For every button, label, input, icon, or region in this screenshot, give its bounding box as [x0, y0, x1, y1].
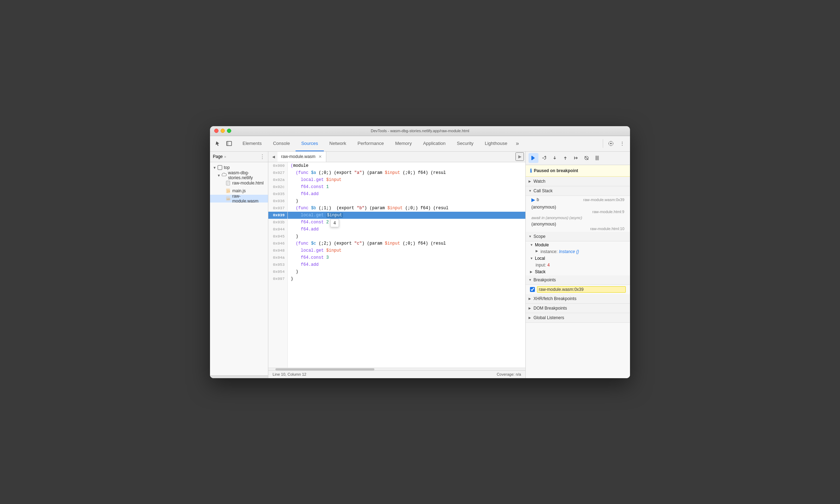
- more-options-icon[interactable]: ⋮: [617, 139, 627, 148]
- step-into-button[interactable]: [550, 153, 560, 163]
- call-stack-item-anon1[interactable]: (anonymous) raw-module.html:9: [526, 204, 630, 215]
- tab-lighthouse[interactable]: Lighthouse: [479, 136, 513, 152]
- scope-section-header[interactable]: ▼ Scope: [526, 232, 630, 241]
- line-num-4[interactable]: 0x02c: [268, 183, 287, 191]
- line-num-5[interactable]: 0x035: [268, 191, 287, 198]
- file-panel-more-button[interactable]: ⋮: [259, 153, 265, 160]
- async-separator: await in (anonymous) (async): [526, 215, 630, 221]
- scope-arrow-icon: ▼: [529, 235, 532, 238]
- tree-label-top: top: [224, 165, 230, 170]
- line-num-10[interactable]: 0x044: [268, 226, 287, 233]
- line-num-7[interactable]: 0x037: [268, 205, 287, 212]
- debug-toolbar: [526, 152, 630, 165]
- line-num-16[interactable]: 0x054: [268, 268, 287, 275]
- watch-arrow-icon: ▶: [529, 180, 532, 183]
- step-out-button[interactable]: [560, 153, 570, 163]
- tab-network[interactable]: Network: [324, 136, 352, 152]
- editor-panel: ◀ raw-module.wasm ✕ ▶ 0x000 0x027: [268, 152, 526, 378]
- tab-performance[interactable]: Performance: [352, 136, 389, 152]
- editor-tab-right: ▶: [515, 152, 524, 161]
- tab-elements[interactable]: Elements: [237, 136, 267, 152]
- step-button[interactable]: [571, 153, 581, 163]
- tree-arrow-host: ▼: [217, 174, 221, 177]
- editor-run-button[interactable]: ▶: [515, 152, 524, 161]
- code-line-8: local.get $input 4: [288, 212, 525, 219]
- tab-sources[interactable]: Sources: [296, 136, 324, 152]
- call-stack-item-b[interactable]: ▶ b raw-module.wasm:0x39: [526, 196, 630, 204]
- code-line-4: f64.const 1: [288, 183, 525, 191]
- line-num-6[interactable]: 0x036: [268, 198, 287, 205]
- cloud-icon: [222, 173, 227, 178]
- title-bar: DevTools - wasm-dbg-stories.netlify.app/…: [210, 126, 630, 136]
- breakpoints-section-header[interactable]: ▼ Breakpoints: [526, 275, 630, 285]
- main-area: Page » ⋮ ▼ top ▼: [210, 152, 630, 378]
- line-num-15[interactable]: 0x053: [268, 261, 287, 268]
- more-tabs-button[interactable]: »: [513, 136, 522, 152]
- file-panel-scrollbar[interactable]: [210, 375, 268, 378]
- deactivate-breakpoints-button[interactable]: [582, 153, 591, 163]
- line-num-13[interactable]: 0x048: [268, 247, 287, 254]
- paused-banner: ℹ Paused on breakpoint: [526, 165, 630, 177]
- editor-tab-close-button[interactable]: ✕: [317, 154, 322, 159]
- line-num-11[interactable]: 0x045: [268, 233, 287, 240]
- call-stack-section-header[interactable]: ▼ Call Stack: [526, 186, 630, 196]
- global-listeners-section-header[interactable]: ▶ Global Listeners: [526, 313, 630, 323]
- code-lines[interactable]: (module (func $a (;0;) (export "a") (par…: [288, 162, 525, 368]
- line-num-12[interactable]: 0x046: [268, 240, 287, 247]
- code-line-3: local.get $input: [288, 176, 525, 183]
- editor-back-button[interactable]: ◀: [270, 153, 278, 160]
- module-arrow-icon: ▼: [530, 243, 533, 247]
- devtools-window: DevTools - wasm-dbg-stories.netlify.app/…: [210, 126, 630, 378]
- file-icon-wasm: wasm: [226, 196, 231, 201]
- tree-item-wasm[interactable]: ▶ wasm raw-module.wasm: [210, 195, 268, 203]
- dom-breakpoints-section-header[interactable]: ▶ DOM Breakpoints: [526, 304, 630, 313]
- breakpoint-label: raw-module.wasm:0x39: [537, 286, 626, 293]
- tab-application[interactable]: Application: [418, 136, 451, 152]
- svg-text:wasm: wasm: [227, 198, 230, 200]
- scope-instance-item[interactable]: ▶ instance: Instance {}: [526, 248, 630, 255]
- tab-memory[interactable]: Memory: [390, 136, 418, 152]
- dock-icon[interactable]: [224, 139, 234, 148]
- scope-module-header[interactable]: ▼ Module: [526, 241, 630, 248]
- line-num-14[interactable]: 0x04a: [268, 254, 287, 261]
- line-num-3[interactable]: 0x02a: [268, 176, 287, 183]
- close-button[interactable]: [214, 129, 218, 133]
- stack-arrow-icon: ▶: [530, 270, 533, 274]
- scope-local-header[interactable]: ▼ Local: [526, 255, 630, 262]
- line-num-9[interactable]: 0x03b: [268, 219, 287, 226]
- breakpoint-checkbox[interactable]: [530, 287, 535, 292]
- code-line-6: ): [288, 198, 525, 205]
- tree-item-host[interactable]: ▼ wasm-dbg-stories.netlify: [210, 171, 268, 179]
- settings-icon[interactable]: [606, 139, 616, 148]
- editor-tab-bar: ◀ raw-module.wasm ✕ ▶: [268, 152, 525, 162]
- minimize-button[interactable]: [221, 129, 225, 133]
- tree-item-html[interactable]: ▶ raw-module.html: [210, 179, 268, 187]
- traffic-lights: [214, 129, 231, 133]
- debug-sections: ℹ Paused on breakpoint ▶ Watch ▼ Call St…: [526, 165, 630, 378]
- tree-label-wasm: raw-module.wasm: [232, 194, 267, 204]
- current-frame-icon: ▶: [531, 197, 535, 203]
- call-stack-fn-anon1: (anonymous): [531, 205, 556, 210]
- breakpoint-item-wasm[interactable]: raw-module.wasm:0x39: [526, 285, 630, 294]
- watch-label: Watch: [533, 179, 546, 184]
- line-num-1[interactable]: 0x000: [268, 162, 287, 169]
- tab-security[interactable]: Security: [451, 136, 479, 152]
- editor-active-tab[interactable]: raw-module.wasm ✕: [278, 152, 326, 162]
- cursor-icon[interactable]: [213, 139, 223, 148]
- line-num-2[interactable]: 0x027: [268, 169, 287, 176]
- pause-on-exceptions-button[interactable]: [592, 153, 602, 163]
- resume-button[interactable]: [529, 153, 538, 163]
- line-num-17[interactable]: 0x097: [268, 275, 287, 282]
- input-key: input:: [536, 263, 546, 268]
- step-over-button[interactable]: [539, 153, 549, 163]
- xhr-breakpoints-section-header[interactable]: ▶ XHR/fetch Breakpoints: [526, 294, 630, 304]
- maximize-button[interactable]: [227, 129, 231, 133]
- line-num-8[interactable]: 0x039: [268, 212, 287, 219]
- watch-section-header[interactable]: ▶ Watch: [526, 177, 630, 186]
- info-icon: ℹ: [530, 168, 532, 174]
- scope-stack-header[interactable]: ▶ Stack: [526, 268, 630, 275]
- code-line-10: f64.add: [288, 226, 525, 233]
- editor-scrollbar[interactable]: [268, 368, 525, 370]
- call-stack-item-anon2[interactable]: (anonymous) raw-module.html:10: [526, 221, 630, 232]
- tab-console[interactable]: Console: [267, 136, 296, 152]
